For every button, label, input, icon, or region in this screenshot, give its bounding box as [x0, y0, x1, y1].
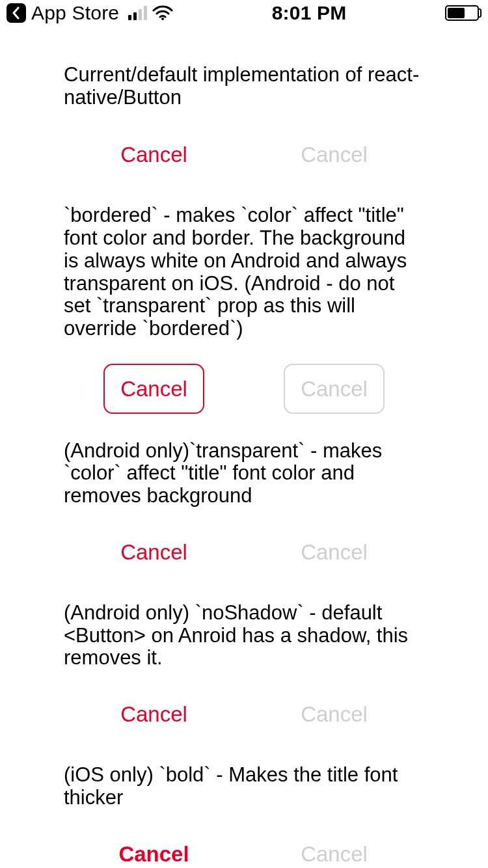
cancel-button[interactable]: Cancel: [103, 830, 204, 869]
status-time: 8:01 PM: [272, 2, 347, 24]
cancel-button-disabled: Cancel: [285, 528, 383, 576]
status-left: App Store: [7, 2, 173, 24]
back-to-app-label[interactable]: App Store: [31, 2, 119, 24]
cancel-button[interactable]: Cancel: [105, 528, 203, 576]
button-row: Cancel Cancel: [64, 830, 424, 869]
cell-signal-icon: [128, 6, 147, 20]
button-row: Cancel Cancel: [64, 364, 424, 414]
status-bar: App Store 8:01 PM: [0, 0, 488, 26]
section-desc: `bordered` - makes `color` affect "title…: [64, 204, 424, 340]
svg-point-0: [161, 18, 164, 20]
cancel-button-disabled: Cancel: [285, 830, 383, 869]
status-right: [445, 5, 479, 21]
section-transparent: (Android only)`transparent` - makes `col…: [64, 440, 424, 576]
cancel-button-disabled: Cancel: [285, 131, 383, 178]
section-bold: (iOS only) `bold` - Makes the title font…: [64, 764, 424, 868]
content: Current/default implementation of react-…: [0, 26, 488, 868]
button-row: Cancel Cancel: [64, 131, 424, 178]
battery-icon: [445, 5, 479, 21]
cancel-button-disabled: Cancel: [285, 690, 383, 738]
section-desc: (Android only)`transparent` - makes `col…: [64, 440, 424, 508]
cancel-button[interactable]: Cancel: [103, 364, 204, 414]
cancel-button[interactable]: Cancel: [105, 690, 203, 738]
wifi-icon: [152, 5, 173, 21]
button-row: Cancel Cancel: [64, 528, 424, 576]
cancel-button[interactable]: Cancel: [105, 131, 203, 178]
section-noshadow: (Android only) `noShadow` - default <But…: [64, 602, 424, 738]
back-to-app-icon[interactable]: [7, 3, 26, 23]
section-desc: Current/default implementation of react-…: [64, 64, 424, 109]
section-desc: (Android only) `noShadow` - default <But…: [64, 602, 424, 670]
section-default: Current/default implementation of react-…: [64, 64, 424, 178]
button-row: Cancel Cancel: [64, 690, 424, 738]
section-bordered: `bordered` - makes `color` affect "title…: [64, 204, 424, 413]
cancel-button-disabled: Cancel: [284, 364, 385, 414]
section-desc: (iOS only) `bold` - Makes the title font…: [64, 764, 424, 809]
